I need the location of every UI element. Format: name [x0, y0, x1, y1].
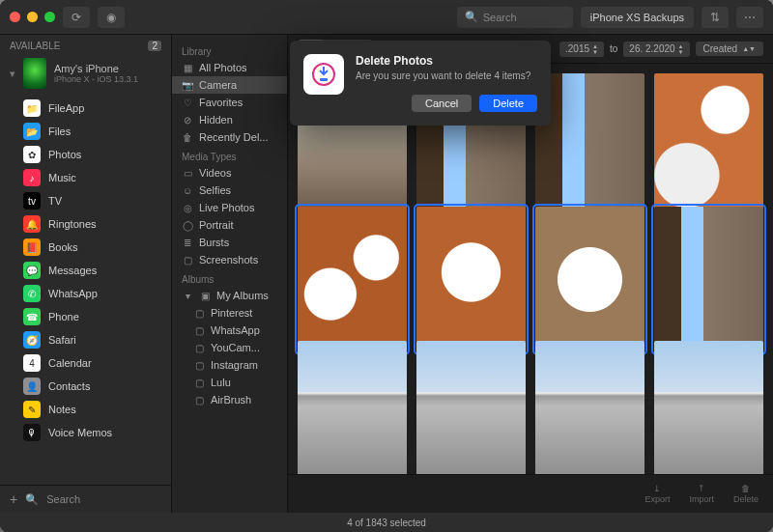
- nav-item-safari[interactable]: 🧭Safari: [0, 328, 171, 351]
- footer-search[interactable]: Search: [46, 493, 80, 505]
- nav-item-voice-memos[interactable]: 🎙Voice Memos: [0, 421, 171, 444]
- media-type-item[interactable]: ▢Screenshots: [172, 251, 287, 268]
- item-label: YouCam...: [211, 342, 260, 353]
- media-type-item[interactable]: ☺Selfies: [172, 182, 287, 199]
- import-button[interactable]: ⤒ Import: [689, 484, 714, 504]
- photo-thumb-selected[interactable]: [416, 207, 526, 352]
- media-type-item[interactable]: ◎Live Photos: [172, 199, 287, 216]
- nav-item-notes[interactable]: ✎Notes: [0, 398, 171, 421]
- add-button[interactable]: +: [10, 491, 17, 507]
- photo-thumb-selected[interactable]: [535, 207, 644, 352]
- app-icon: 💬: [23, 262, 41, 279]
- nav-item-phone[interactable]: ☎Phone: [0, 305, 171, 328]
- minimize-window[interactable]: [27, 12, 38, 22]
- disclosure-icon: ▾: [182, 291, 193, 301]
- nav-label: Safari: [48, 334, 76, 346]
- import-label: Import: [689, 494, 714, 504]
- media-type-item[interactable]: ≣Bursts: [172, 234, 287, 251]
- window-controls: [10, 12, 55, 22]
- cancel-button[interactable]: Cancel: [412, 95, 472, 112]
- quicklook-button[interactable]: ◉: [98, 7, 125, 28]
- nav-label: Calendar: [48, 357, 92, 369]
- video-thumb[interactable]: 00:13: [298, 341, 407, 474]
- photo-thumb[interactable]: [416, 341, 526, 474]
- nav-label: Ringtones: [48, 218, 97, 230]
- titlebar: ⟳ ◉ 🔍 Search iPhone XS Backups ⇅ ⋯: [0, 0, 773, 35]
- app-icon: tv: [23, 192, 41, 210]
- nav-item-books[interactable]: 📕Books: [0, 236, 171, 259]
- nav-item-photos[interactable]: ✿Photos: [0, 143, 171, 166]
- album-item[interactable]: ▢Lulu: [172, 374, 287, 391]
- search-icon: 🔍: [465, 11, 478, 23]
- library-panel: Library ▦All Photos📷Camera♡Favorites⊘Hid…: [172, 35, 288, 513]
- export-button[interactable]: ⤓ Export: [644, 484, 670, 504]
- stepper-icon[interactable]: ▲▼: [592, 43, 598, 55]
- item-icon: ▢: [193, 378, 205, 388]
- nav-item-music[interactable]: ♪Music: [0, 166, 171, 189]
- more-button[interactable]: ⋯: [736, 7, 763, 28]
- photo-thumb-selected[interactable]: [298, 207, 407, 352]
- album-item[interactable]: ▢WhatsApp: [172, 322, 287, 339]
- item-label: Camera: [199, 79, 237, 91]
- album-item[interactable]: ▢Pinterest: [172, 304, 287, 322]
- toolbar-search[interactable]: 🔍 Search: [457, 7, 573, 28]
- close-window[interactable]: [10, 12, 20, 22]
- nav-item-contacts[interactable]: 👤Contacts: [0, 375, 171, 398]
- my-albums-label: My Albums: [216, 290, 269, 301]
- nav-item-calendar[interactable]: 4Calendar: [0, 351, 171, 375]
- photo-thumb[interactable]: [654, 341, 763, 474]
- library-item[interactable]: ♡Favorites: [172, 94, 287, 111]
- app-icon: ✆: [23, 285, 41, 302]
- nav-item-files[interactable]: 📂Files: [0, 120, 171, 143]
- photo-thumb[interactable]: [654, 73, 763, 219]
- sort-dropdown[interactable]: Created ▲▼: [696, 42, 763, 56]
- album-item[interactable]: ▢Instagram: [172, 356, 287, 374]
- nav-item-fileapp[interactable]: 📁FileApp: [0, 97, 171, 120]
- item-label: Selfies: [199, 184, 231, 196]
- photo-thumb-selected[interactable]: [654, 207, 763, 352]
- my-albums[interactable]: ▾ ▣ My Albums: [172, 287, 287, 304]
- item-icon: ▦: [182, 63, 193, 73]
- photo-thumb[interactable]: [535, 73, 644, 219]
- item-icon: ▢: [193, 325, 205, 336]
- media-header: Media Types: [172, 146, 287, 164]
- item-icon: ♡: [182, 98, 193, 108]
- nav-item-whatsapp[interactable]: ✆WhatsApp: [0, 282, 171, 305]
- nav-label: Messages: [48, 265, 97, 276]
- device-selector[interactable]: iPhone XS Backups: [581, 7, 694, 28]
- delete-button[interactable]: 🗑 Delete: [733, 484, 759, 504]
- sidebar-footer: + 🔍 Search: [0, 485, 171, 513]
- device-row[interactable]: ▾ Amy's iPhone iPhone X - iOS 13.3.1: [0, 54, 171, 93]
- zoom-window[interactable]: [44, 12, 55, 22]
- media-type-item[interactable]: ▭Videos: [172, 164, 287, 182]
- app-icon: [303, 54, 344, 95]
- stepper-icon[interactable]: ▲▼: [678, 43, 684, 55]
- item-icon: ▢: [193, 395, 205, 406]
- refresh-button[interactable]: ⟳: [63, 7, 90, 28]
- album-item[interactable]: ▢YouCam...: [172, 339, 287, 356]
- settings-button[interactable]: ⇅: [701, 7, 729, 28]
- sidebar-header: AVAILABLE 2: [0, 35, 171, 54]
- nav-label: Music: [48, 172, 76, 183]
- nav-item-messages[interactable]: 💬Messages: [0, 259, 171, 282]
- date-from-field[interactable]: .2015 ▲▼: [559, 42, 604, 57]
- nav-item-ringtones[interactable]: 🔔Ringtones: [0, 212, 171, 236]
- media-type-item[interactable]: ◯Portrait: [172, 216, 287, 234]
- album-item[interactable]: ▢AirBrush: [172, 391, 287, 408]
- device-subtitle: iPhone X - iOS 13.3.1: [54, 74, 138, 84]
- disclosure-icon: ▾: [10, 68, 15, 80]
- item-label: All Photos: [199, 62, 247, 73]
- item-icon: 📷: [182, 80, 193, 91]
- device-sidebar: AVAILABLE 2 ▾ Amy's iPhone iPhone X - iO…: [0, 35, 172, 513]
- photo-thumb[interactable]: [535, 341, 644, 474]
- library-item[interactable]: ⊘Hidden: [172, 111, 287, 128]
- library-item[interactable]: 📷Camera: [172, 76, 287, 94]
- confirm-delete-button[interactable]: Delete: [479, 95, 537, 112]
- nav-item-tv[interactable]: tvTV: [0, 189, 171, 212]
- sort-value: Created: [703, 43, 738, 54]
- item-label: Pinterest: [211, 307, 252, 319]
- date-to-field[interactable]: 26. 2.2020 ▲▼: [623, 42, 689, 57]
- library-item[interactable]: ▦All Photos: [172, 59, 287, 76]
- library-item[interactable]: 🗑Recently Del...: [172, 128, 287, 146]
- content-footer: ⤓ Export ⤒ Import 🗑 Delete: [288, 474, 773, 513]
